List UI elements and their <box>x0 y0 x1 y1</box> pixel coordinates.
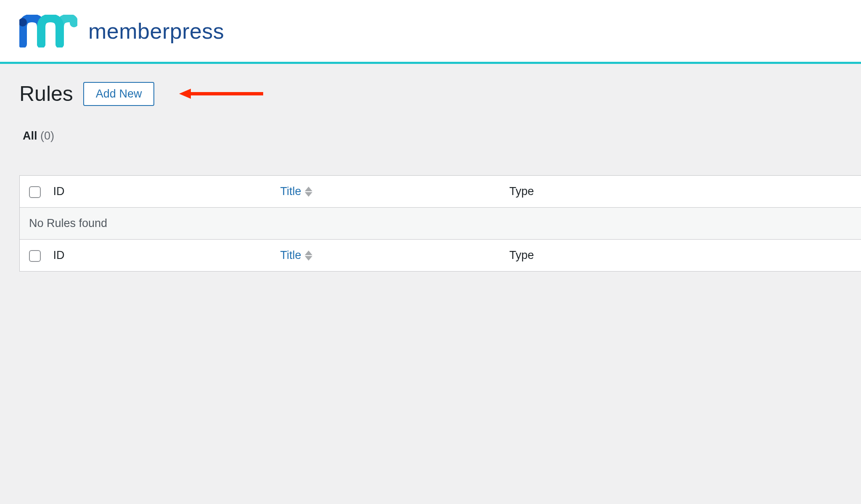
svg-marker-5 <box>305 251 312 255</box>
filter-all-link[interactable]: All (0) <box>23 129 54 142</box>
column-title-label: Title <box>280 185 301 198</box>
select-all-footer-checkbox[interactable] <box>29 250 41 262</box>
sort-by-title-link[interactable]: Title <box>280 185 312 198</box>
filter-all-label: All <box>23 129 37 142</box>
select-all-checkbox[interactable] <box>29 186 41 198</box>
column-header-id: ID <box>46 176 273 208</box>
annotation-arrow <box>179 87 263 100</box>
title-row: Rules Add New <box>19 82 861 106</box>
svg-marker-3 <box>305 187 312 191</box>
svg-marker-2 <box>179 89 191 99</box>
sort-by-title-footer-link[interactable]: Title <box>280 249 312 262</box>
add-new-button[interactable]: Add New <box>83 82 155 106</box>
brand-logo: memberpress <box>19 15 224 47</box>
memberpress-logo-icon <box>19 15 77 47</box>
table-header-row: ID Title Type <box>20 176 861 208</box>
column-footer-title: Title <box>273 240 502 272</box>
column-footer-type: Type <box>502 240 861 272</box>
empty-state-message: No Rules found <box>20 208 861 240</box>
column-footer-id: ID <box>46 240 273 272</box>
filter-all-count: (0) <box>40 129 54 142</box>
table-footer-row: ID Title Type <box>20 240 861 272</box>
brand-name: memberpress <box>88 18 224 44</box>
content-area: Rules Add New All (0) ID Title <box>0 64 861 272</box>
rules-table: ID Title Type No Rules found <box>19 175 861 272</box>
page-title: Rules <box>19 82 73 106</box>
svg-marker-4 <box>305 192 312 197</box>
empty-state-row: No Rules found <box>20 208 861 240</box>
sort-indicator-footer-icon <box>305 251 312 261</box>
column-header-title: Title <box>273 176 502 208</box>
select-all-footer <box>20 240 46 272</box>
column-header-type: Type <box>502 176 861 208</box>
sort-indicator-icon <box>305 187 312 197</box>
column-title-footer-label: Title <box>280 249 301 262</box>
select-all-header <box>20 176 46 208</box>
app-header: memberpress <box>0 0 861 64</box>
filter-links: All (0) <box>19 129 861 142</box>
svg-marker-6 <box>305 256 312 261</box>
